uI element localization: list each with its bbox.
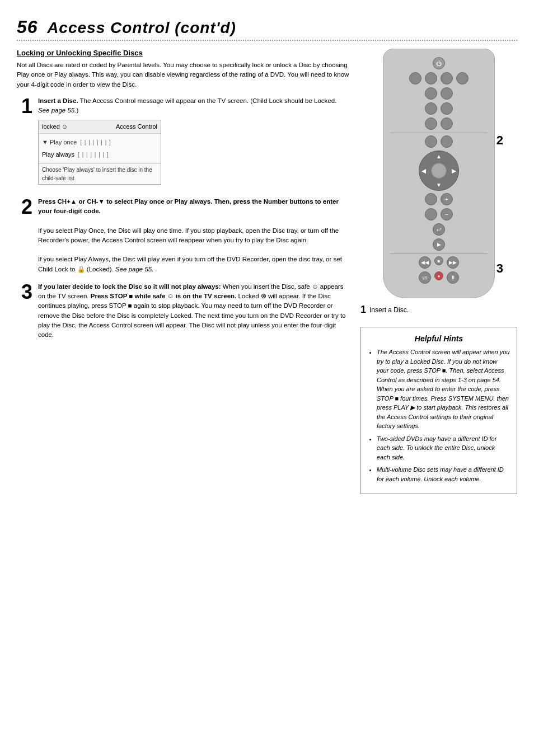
step-1-number: 1 bbox=[17, 96, 32, 189]
play-once-label: ▼ Play once bbox=[42, 138, 77, 147]
step-2-number: 2 bbox=[17, 197, 32, 274]
menu-play-once-row: ▼ Play once [ | | | | | | ] bbox=[39, 136, 161, 149]
btn-12[interactable] bbox=[441, 135, 453, 148]
hints-list: The Access Control screen will appear wh… bbox=[368, 348, 510, 483]
btn-11[interactable] bbox=[425, 135, 437, 148]
screen-menu-header: locked ☺ Access Control bbox=[39, 120, 161, 134]
mid-row-3 bbox=[390, 118, 488, 130]
step-2-text-a: If you select Play Once, the Disc will p… bbox=[38, 227, 339, 243]
transport-row-2: VS ● ⏸ bbox=[390, 271, 488, 284]
btn-15[interactable] bbox=[425, 208, 437, 220]
btn-pause[interactable]: ⏸ bbox=[447, 271, 459, 284]
below-nav-row-1: + bbox=[390, 193, 488, 205]
below-nav-row-2: − bbox=[390, 208, 488, 220]
menu-header-left: locked ☺ bbox=[42, 122, 68, 132]
btn-13[interactable] bbox=[425, 193, 437, 205]
btn-4[interactable] bbox=[456, 72, 469, 84]
play-always-label: Play always bbox=[42, 150, 74, 159]
menu-header-right: Access Control bbox=[116, 122, 157, 132]
btn-1[interactable] bbox=[409, 72, 421, 84]
mid-row-4 bbox=[390, 133, 488, 148]
step-3-bold: If you later decide to lock the Disc so … bbox=[38, 283, 221, 290]
btn-8[interactable] bbox=[441, 102, 453, 115]
step-3-remote-label: 3 bbox=[496, 261, 503, 276]
nav-left-arrow[interactable]: ◀ bbox=[421, 168, 426, 174]
insert-disc-label: 1 Insert a Disc. bbox=[360, 304, 517, 316]
below-nav-row-3: ⮐ bbox=[390, 223, 488, 236]
btn-14[interactable]: + bbox=[441, 193, 453, 205]
step-2-text-b: If you select Play Always, the Disc will… bbox=[38, 256, 342, 272]
remote-control: ⏻ bbox=[383, 49, 495, 298]
mid-row-1 bbox=[390, 87, 488, 100]
left-column: Locking or Unlocking Specific Discs Not … bbox=[17, 49, 349, 494]
helpful-hints-box: Helpful Hints The Access Control screen … bbox=[360, 327, 517, 494]
hint-item-3: Multi-volume Disc sets may have a differ… bbox=[377, 465, 510, 483]
btn-stop[interactable]: ■ bbox=[434, 256, 443, 265]
hints-title: Helpful Hints bbox=[368, 334, 510, 343]
step-3-number: 3 bbox=[17, 282, 32, 340]
play-once-bars: [ | | | | | | ] bbox=[80, 138, 111, 147]
btn-6[interactable] bbox=[441, 87, 453, 100]
btn-return[interactable]: ⮐ bbox=[433, 223, 445, 236]
transport-row-1: ◀◀ ■ ▶▶ bbox=[390, 253, 488, 269]
mid-row-2 bbox=[390, 102, 488, 115]
hint-item-1: The Access Control screen will appear wh… bbox=[377, 348, 510, 431]
step-3-text: When you insert the Disc, safe ☺ appears… bbox=[38, 283, 345, 338]
section-intro: Not all Discs are rated or coded by Pare… bbox=[17, 60, 349, 90]
btn-fwd[interactable]: ▶▶ bbox=[447, 256, 459, 269]
insert-disc-number: 1 bbox=[360, 304, 366, 316]
step-2-bold: Press CH+▲ or CH-▼ to select Play once o… bbox=[38, 198, 339, 214]
step-2: 2 Press CH+▲ or CH-▼ to select Play once… bbox=[17, 197, 349, 274]
step-3-content: If you later decide to lock the Disc so … bbox=[38, 282, 349, 340]
btn-10[interactable] bbox=[441, 118, 453, 130]
right-column: ⏻ bbox=[360, 49, 517, 494]
btn-rec[interactable]: ● bbox=[434, 271, 443, 280]
step-1-content: Insert a Disc. The Access Control messag… bbox=[38, 96, 349, 189]
hint-item-2: Two-sided DVDs may have a different ID f… bbox=[377, 434, 510, 462]
nav-ring: ▲ ▼ ◀ ▶ bbox=[419, 151, 459, 191]
below-nav-row-4: ▶ bbox=[390, 238, 488, 251]
nav-up-arrow[interactable]: ▲ bbox=[436, 153, 442, 159]
step-2-content: Press CH+▲ or CH-▼ to select Play once o… bbox=[38, 197, 349, 274]
section-heading: Locking or Unlocking Specific Discs bbox=[17, 49, 349, 57]
power-button[interactable]: ⏻ bbox=[433, 57, 445, 69]
btn-3[interactable] bbox=[441, 72, 453, 84]
remote-illustration: ⏻ bbox=[360, 49, 517, 298]
btn-7[interactable] bbox=[425, 102, 437, 115]
btn-rew[interactable]: ◀◀ bbox=[419, 256, 431, 269]
insert-disc-text: Insert a Disc. bbox=[369, 306, 409, 314]
nav-right-arrow[interactable]: ▶ bbox=[452, 168, 456, 174]
screen-menu-footer: Choose 'Play always' to insert the disc … bbox=[39, 163, 161, 184]
btn-2[interactable] bbox=[425, 72, 437, 84]
btn-vs[interactable]: VS bbox=[419, 271, 431, 284]
nav-down-arrow[interactable]: ▼ bbox=[436, 182, 442, 188]
power-row: ⏻ bbox=[390, 57, 488, 69]
btn-play[interactable]: ▶ bbox=[433, 238, 445, 251]
play-always-bars: [ | | | | | | ] bbox=[78, 151, 109, 159]
btn-9[interactable] bbox=[425, 118, 437, 130]
menu-play-always-row: Play always [ | | | | | | ] bbox=[39, 148, 161, 161]
step-1: 1 Insert a Disc. The Access Control mess… bbox=[17, 96, 349, 189]
top-row-buttons bbox=[390, 72, 488, 84]
screen-menu: locked ☺ Access Control ▼ Play once [ | … bbox=[38, 120, 161, 185]
btn-16[interactable]: − bbox=[441, 208, 453, 220]
nav-center-button[interactable] bbox=[431, 163, 447, 179]
page-title: 56 Access Control (cont'd) bbox=[17, 17, 517, 41]
btn-5[interactable] bbox=[425, 87, 437, 100]
step-2-remote-label: 2 bbox=[496, 133, 503, 148]
step-1-bold: Insert a Disc. bbox=[38, 97, 78, 104]
step-3: 3 If you later decide to lock the Disc s… bbox=[17, 282, 349, 340]
step-1-text: The Access Control message will appear o… bbox=[38, 97, 336, 114]
